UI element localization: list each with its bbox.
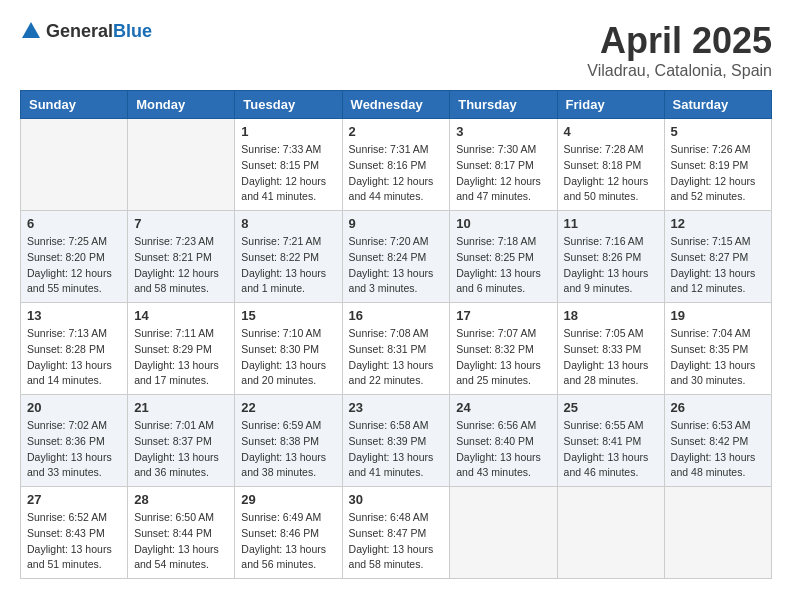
calendar-week-row: 13Sunrise: 7:13 AM Sunset: 8:28 PM Dayli… bbox=[21, 303, 772, 395]
day-info: Sunrise: 7:05 AM Sunset: 8:33 PM Dayligh… bbox=[564, 326, 658, 389]
header-tuesday: Tuesday bbox=[235, 91, 342, 119]
day-info: Sunrise: 7:01 AM Sunset: 8:37 PM Dayligh… bbox=[134, 418, 228, 481]
day-info: Sunrise: 7:10 AM Sunset: 8:30 PM Dayligh… bbox=[241, 326, 335, 389]
day-number: 19 bbox=[671, 308, 765, 323]
calendar-cell: 7Sunrise: 7:23 AM Sunset: 8:21 PM Daylig… bbox=[128, 211, 235, 303]
calendar-table: Sunday Monday Tuesday Wednesday Thursday… bbox=[20, 90, 772, 579]
calendar-cell bbox=[557, 487, 664, 579]
logo-text: GeneralBlue bbox=[46, 21, 152, 42]
day-number: 26 bbox=[671, 400, 765, 415]
calendar-week-row: 20Sunrise: 7:02 AM Sunset: 8:36 PM Dayli… bbox=[21, 395, 772, 487]
calendar-cell: 5Sunrise: 7:26 AM Sunset: 8:19 PM Daylig… bbox=[664, 119, 771, 211]
day-info: Sunrise: 7:18 AM Sunset: 8:25 PM Dayligh… bbox=[456, 234, 550, 297]
header-friday: Friday bbox=[557, 91, 664, 119]
page-header: GeneralBlue April 2025 Viladrau, Catalon… bbox=[20, 20, 772, 80]
calendar-cell: 3Sunrise: 7:30 AM Sunset: 8:17 PM Daylig… bbox=[450, 119, 557, 211]
day-info: Sunrise: 7:30 AM Sunset: 8:17 PM Dayligh… bbox=[456, 142, 550, 205]
location-title: Viladrau, Catalonia, Spain bbox=[587, 62, 772, 80]
header-monday: Monday bbox=[128, 91, 235, 119]
day-number: 9 bbox=[349, 216, 444, 231]
day-info: Sunrise: 6:53 AM Sunset: 8:42 PM Dayligh… bbox=[671, 418, 765, 481]
day-number: 1 bbox=[241, 124, 335, 139]
day-number: 13 bbox=[27, 308, 121, 323]
day-info: Sunrise: 7:16 AM Sunset: 8:26 PM Dayligh… bbox=[564, 234, 658, 297]
day-info: Sunrise: 6:59 AM Sunset: 8:38 PM Dayligh… bbox=[241, 418, 335, 481]
day-number: 21 bbox=[134, 400, 228, 415]
day-number: 20 bbox=[27, 400, 121, 415]
day-info: Sunrise: 7:07 AM Sunset: 8:32 PM Dayligh… bbox=[456, 326, 550, 389]
day-number: 24 bbox=[456, 400, 550, 415]
calendar-cell: 11Sunrise: 7:16 AM Sunset: 8:26 PM Dayli… bbox=[557, 211, 664, 303]
calendar-cell bbox=[21, 119, 128, 211]
header-wednesday: Wednesday bbox=[342, 91, 450, 119]
day-number: 28 bbox=[134, 492, 228, 507]
calendar-cell: 18Sunrise: 7:05 AM Sunset: 8:33 PM Dayli… bbox=[557, 303, 664, 395]
day-number: 6 bbox=[27, 216, 121, 231]
header-sunday: Sunday bbox=[21, 91, 128, 119]
day-number: 16 bbox=[349, 308, 444, 323]
calendar-cell: 8Sunrise: 7:21 AM Sunset: 8:22 PM Daylig… bbox=[235, 211, 342, 303]
calendar-cell: 6Sunrise: 7:25 AM Sunset: 8:20 PM Daylig… bbox=[21, 211, 128, 303]
calendar-cell: 23Sunrise: 6:58 AM Sunset: 8:39 PM Dayli… bbox=[342, 395, 450, 487]
day-info: Sunrise: 7:26 AM Sunset: 8:19 PM Dayligh… bbox=[671, 142, 765, 205]
day-number: 18 bbox=[564, 308, 658, 323]
calendar-cell: 16Sunrise: 7:08 AM Sunset: 8:31 PM Dayli… bbox=[342, 303, 450, 395]
month-title: April 2025 bbox=[587, 20, 772, 62]
calendar-cell: 14Sunrise: 7:11 AM Sunset: 8:29 PM Dayli… bbox=[128, 303, 235, 395]
calendar-header-row: Sunday Monday Tuesday Wednesday Thursday… bbox=[21, 91, 772, 119]
day-number: 5 bbox=[671, 124, 765, 139]
day-info: Sunrise: 6:55 AM Sunset: 8:41 PM Dayligh… bbox=[564, 418, 658, 481]
day-number: 15 bbox=[241, 308, 335, 323]
day-info: Sunrise: 7:33 AM Sunset: 8:15 PM Dayligh… bbox=[241, 142, 335, 205]
day-number: 7 bbox=[134, 216, 228, 231]
calendar-cell: 15Sunrise: 7:10 AM Sunset: 8:30 PM Dayli… bbox=[235, 303, 342, 395]
generalblue-logo-icon bbox=[20, 20, 42, 42]
day-info: Sunrise: 7:02 AM Sunset: 8:36 PM Dayligh… bbox=[27, 418, 121, 481]
day-info: Sunrise: 6:50 AM Sunset: 8:44 PM Dayligh… bbox=[134, 510, 228, 573]
logo: GeneralBlue bbox=[20, 20, 152, 42]
day-info: Sunrise: 6:52 AM Sunset: 8:43 PM Dayligh… bbox=[27, 510, 121, 573]
calendar-cell: 27Sunrise: 6:52 AM Sunset: 8:43 PM Dayli… bbox=[21, 487, 128, 579]
day-info: Sunrise: 7:25 AM Sunset: 8:20 PM Dayligh… bbox=[27, 234, 121, 297]
logo-general: General bbox=[46, 21, 113, 41]
logo-blue: Blue bbox=[113, 21, 152, 41]
calendar-cell: 1Sunrise: 7:33 AM Sunset: 8:15 PM Daylig… bbox=[235, 119, 342, 211]
day-info: Sunrise: 7:11 AM Sunset: 8:29 PM Dayligh… bbox=[134, 326, 228, 389]
calendar-cell: 10Sunrise: 7:18 AM Sunset: 8:25 PM Dayli… bbox=[450, 211, 557, 303]
day-info: Sunrise: 7:23 AM Sunset: 8:21 PM Dayligh… bbox=[134, 234, 228, 297]
day-number: 22 bbox=[241, 400, 335, 415]
day-number: 29 bbox=[241, 492, 335, 507]
calendar-cell: 22Sunrise: 6:59 AM Sunset: 8:38 PM Dayli… bbox=[235, 395, 342, 487]
calendar-cell bbox=[664, 487, 771, 579]
day-info: Sunrise: 6:58 AM Sunset: 8:39 PM Dayligh… bbox=[349, 418, 444, 481]
day-number: 11 bbox=[564, 216, 658, 231]
calendar-cell: 26Sunrise: 6:53 AM Sunset: 8:42 PM Dayli… bbox=[664, 395, 771, 487]
day-info: Sunrise: 7:15 AM Sunset: 8:27 PM Dayligh… bbox=[671, 234, 765, 297]
day-info: Sunrise: 6:48 AM Sunset: 8:47 PM Dayligh… bbox=[349, 510, 444, 573]
calendar-cell: 17Sunrise: 7:07 AM Sunset: 8:32 PM Dayli… bbox=[450, 303, 557, 395]
calendar-cell: 24Sunrise: 6:56 AM Sunset: 8:40 PM Dayli… bbox=[450, 395, 557, 487]
day-info: Sunrise: 7:04 AM Sunset: 8:35 PM Dayligh… bbox=[671, 326, 765, 389]
day-number: 30 bbox=[349, 492, 444, 507]
calendar-cell: 28Sunrise: 6:50 AM Sunset: 8:44 PM Dayli… bbox=[128, 487, 235, 579]
day-info: Sunrise: 6:49 AM Sunset: 8:46 PM Dayligh… bbox=[241, 510, 335, 573]
calendar-week-row: 1Sunrise: 7:33 AM Sunset: 8:15 PM Daylig… bbox=[21, 119, 772, 211]
day-info: Sunrise: 7:20 AM Sunset: 8:24 PM Dayligh… bbox=[349, 234, 444, 297]
calendar-cell: 25Sunrise: 6:55 AM Sunset: 8:41 PM Dayli… bbox=[557, 395, 664, 487]
calendar-cell: 12Sunrise: 7:15 AM Sunset: 8:27 PM Dayli… bbox=[664, 211, 771, 303]
day-number: 4 bbox=[564, 124, 658, 139]
day-info: Sunrise: 7:13 AM Sunset: 8:28 PM Dayligh… bbox=[27, 326, 121, 389]
day-number: 23 bbox=[349, 400, 444, 415]
calendar-cell: 21Sunrise: 7:01 AM Sunset: 8:37 PM Dayli… bbox=[128, 395, 235, 487]
day-info: Sunrise: 7:28 AM Sunset: 8:18 PM Dayligh… bbox=[564, 142, 658, 205]
day-number: 3 bbox=[456, 124, 550, 139]
calendar-cell: 2Sunrise: 7:31 AM Sunset: 8:16 PM Daylig… bbox=[342, 119, 450, 211]
day-number: 2 bbox=[349, 124, 444, 139]
calendar-week-row: 27Sunrise: 6:52 AM Sunset: 8:43 PM Dayli… bbox=[21, 487, 772, 579]
header-saturday: Saturday bbox=[664, 91, 771, 119]
calendar-week-row: 6Sunrise: 7:25 AM Sunset: 8:20 PM Daylig… bbox=[21, 211, 772, 303]
day-number: 25 bbox=[564, 400, 658, 415]
day-info: Sunrise: 7:21 AM Sunset: 8:22 PM Dayligh… bbox=[241, 234, 335, 297]
svg-marker-0 bbox=[22, 22, 40, 38]
calendar-cell: 20Sunrise: 7:02 AM Sunset: 8:36 PM Dayli… bbox=[21, 395, 128, 487]
